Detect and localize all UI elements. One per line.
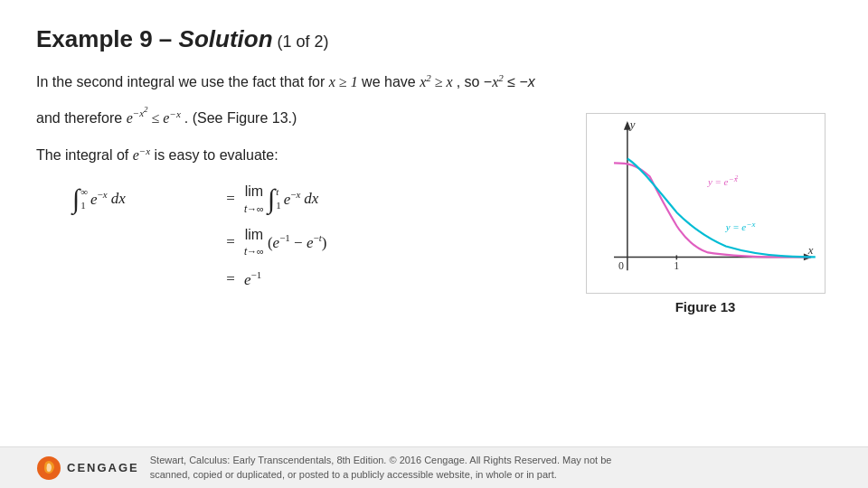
title-main: Example 9 – xyxy=(36,25,179,52)
p2-suffix: . (See Figure 13.) xyxy=(184,110,297,126)
right-section: 0 1 y x y = e −x xyxy=(579,104,832,314)
math-row-2-rhs: lim t→∞ (e−1 − e−t) xyxy=(244,225,326,259)
graph-svg: 0 1 y x y = e −x xyxy=(587,114,825,293)
p3-prefix: The integral of xyxy=(36,147,133,163)
math-row-1-lhs: ∫ ∞ 1 e−x dx xyxy=(72,185,217,213)
integral-limits-1: ∞ 1 xyxy=(80,185,88,213)
p1-prefix: In the second integral we use the fact t… xyxy=(36,74,329,89)
math-row-1: ∫ ∞ 1 e−x dx = lim t→∞ ∫ xyxy=(72,182,561,216)
integral-limits-2: t 1 xyxy=(276,185,281,213)
paragraph-3: The integral of e−x is easy to evaluate: xyxy=(36,143,561,168)
math-row-3-rhs: e−1 xyxy=(244,268,261,290)
main-content: Example 9 – Solution (1 of 2) In the sec… xyxy=(0,0,868,324)
integral-sign-1: ∫ xyxy=(72,185,80,212)
paragraph-1: In the second integral we use the fact t… xyxy=(36,70,832,95)
svg-text:y: y xyxy=(627,117,635,130)
figure-label: Figure 13 xyxy=(675,299,736,314)
integral-sign-2: ∫ xyxy=(268,185,275,212)
p3-suffix: is easy to evaluate: xyxy=(150,147,278,163)
footer-logo: CENGAGE xyxy=(36,455,139,481)
p1-end: ≤ −x xyxy=(504,74,535,89)
p2-math: e−x2 ≤ e−x xyxy=(127,110,184,126)
p1-comma: , so − xyxy=(457,74,493,89)
p3-math: e−x xyxy=(133,147,150,163)
figure-13-graph: 0 1 y x y = e −x xyxy=(586,113,826,294)
page-title: Example 9 – Solution (1 of 2) xyxy=(36,25,832,53)
footer: CENGAGE Stewart, Calculus: Early Transce… xyxy=(0,446,868,488)
svg-text:2: 2 xyxy=(734,174,738,180)
math-derivation: ∫ ∞ 1 e−x dx = lim t→∞ ∫ xyxy=(72,182,561,290)
svg-text:x: x xyxy=(807,244,813,257)
math-row-1-eq: = xyxy=(217,188,244,210)
math-row-2-eq: = xyxy=(217,231,244,253)
cengage-logo-icon xyxy=(36,455,61,481)
disclaimer-text: Stewart, Calculus: Early Transcendentals… xyxy=(150,455,612,479)
p1-condition: x ≥ 1 xyxy=(329,74,358,89)
lim-block-2: lim t→∞ xyxy=(244,225,264,259)
footer-disclaimer: Stewart, Calculus: Early Transcendentals… xyxy=(150,454,612,482)
title-suffix: (1 of 2) xyxy=(273,33,329,51)
title-italic: Solution xyxy=(179,25,273,52)
math-row-1-rhs: lim t→∞ ∫ t 1 e−x dx xyxy=(244,182,318,216)
math-row-2: = lim t→∞ (e−1 − e−t) xyxy=(72,225,561,259)
math-row-3: = e−1 xyxy=(72,268,561,290)
p1-middle: we have xyxy=(358,74,420,89)
lim-block-1: lim t→∞ xyxy=(244,182,264,216)
svg-text:−x: −x xyxy=(746,219,755,228)
math-row-3-eq: = xyxy=(217,268,244,290)
svg-text:1: 1 xyxy=(674,259,679,272)
p2-prefix: and therefore xyxy=(36,110,122,126)
svg-text:0: 0 xyxy=(618,259,623,272)
cengage-brand-text: CENGAGE xyxy=(67,461,139,474)
p1-math1: x2 ≥ x xyxy=(420,74,457,89)
content-row: and therefore e−x2 ≤ e−x . (See Figure 1… xyxy=(36,104,832,314)
svg-text:y = e: y = e xyxy=(724,221,746,231)
paragraph-2: and therefore e−x2 ≤ e−x . (See Figure 1… xyxy=(36,104,561,130)
p1-math2: x2 xyxy=(492,74,504,89)
left-section: and therefore e−x2 ≤ e−x . (See Figure 1… xyxy=(36,104,561,300)
svg-text:y = e: y = e xyxy=(706,176,728,187)
